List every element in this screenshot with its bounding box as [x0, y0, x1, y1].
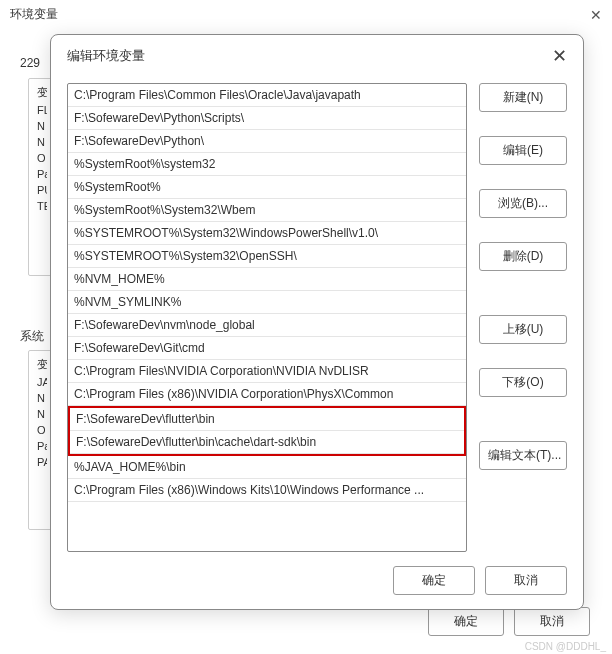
- outer-title-text: 环境变量: [10, 6, 58, 23]
- delete-button[interactable]: 删除(D): [479, 242, 567, 271]
- path-item[interactable]: F:\SofewareDev\Python\Scripts\: [68, 107, 466, 130]
- path-item[interactable]: %NVM_HOME%: [68, 268, 466, 291]
- path-item[interactable]: F:\SofewareDev\flutter\bin\cache\dart-sd…: [70, 431, 464, 454]
- system-var-item[interactable]: Pa: [33, 438, 47, 454]
- user-var-item[interactable]: PU: [33, 182, 47, 198]
- modal-cancel-button[interactable]: 取消: [485, 566, 567, 595]
- system-var-item[interactable]: PA: [33, 454, 47, 470]
- user-var-item[interactable]: O: [33, 150, 47, 166]
- edit-env-var-dialog: 编辑环境变量 ✕ C:\Program Files\Common Files\O…: [50, 34, 584, 610]
- path-item[interactable]: C:\Program Files\NVIDIA Corporation\NVID…: [68, 360, 466, 383]
- modal-footer: 确定 取消: [51, 552, 583, 609]
- new-button[interactable]: 新建(N): [479, 83, 567, 112]
- close-icon[interactable]: ✕: [590, 7, 602, 23]
- watermark: CSDN @DDDHL_: [525, 641, 606, 652]
- system-var-item[interactable]: O: [33, 422, 47, 438]
- close-icon[interactable]: ✕: [552, 47, 567, 65]
- browse-button[interactable]: 浏览(B)...: [479, 189, 567, 218]
- path-item[interactable]: %SYSTEMROOT%\System32\OpenSSH\: [68, 245, 466, 268]
- path-list[interactable]: C:\Program Files\Common Files\Oracle\Jav…: [67, 83, 467, 552]
- path-item[interactable]: %JAVA_HOME%\bin: [68, 456, 466, 479]
- edit-button[interactable]: 编辑(E): [479, 136, 567, 165]
- path-item[interactable]: %SystemRoot%: [68, 176, 466, 199]
- path-item[interactable]: %SystemRoot%\System32\Wbem: [68, 199, 466, 222]
- system-var-header: 变: [33, 355, 47, 374]
- path-item[interactable]: F:\SofewareDev\nvm\node_global: [68, 314, 466, 337]
- path-item[interactable]: C:\Program Files (x86)\NVIDIA Corporatio…: [68, 383, 466, 406]
- user-var-item[interactable]: TE: [33, 198, 47, 214]
- user-var-item[interactable]: FL: [33, 102, 47, 118]
- modal-ok-button[interactable]: 确定: [393, 566, 475, 595]
- path-item[interactable]: C:\Program Files (x86)\Windows Kits\10\W…: [68, 479, 466, 502]
- outer-titlebar: 环境变量 ✕: [0, 0, 612, 29]
- system-section-label: 系统: [20, 328, 44, 345]
- user-var-header: 变: [33, 83, 47, 102]
- environment-variables-dialog: 环境变量 ✕ 229 变 FL N N O Pa PU TE 系统 变 JA N…: [0, 0, 612, 654]
- path-item[interactable]: %NVM_SYMLINK%: [68, 291, 466, 314]
- user-var-item[interactable]: N: [33, 134, 47, 150]
- path-item[interactable]: C:\Program Files\Common Files\Oracle\Jav…: [68, 84, 466, 107]
- path-item[interactable]: %SystemRoot%\system32: [68, 153, 466, 176]
- system-var-item[interactable]: N: [33, 406, 47, 422]
- outer-ok-button[interactable]: 确定: [428, 607, 504, 636]
- path-item[interactable]: F:\SofewareDev\Git\cmd: [68, 337, 466, 360]
- modal-titlebar: 编辑环境变量 ✕: [51, 35, 583, 73]
- user-section-prefix: 229: [20, 56, 40, 70]
- outer-footer: 确定 取消: [428, 607, 590, 636]
- path-item[interactable]: F:\SofewareDev\flutter\bin: [70, 408, 464, 431]
- modal-title-text: 编辑环境变量: [67, 47, 145, 65]
- move-up-button[interactable]: 上移(U): [479, 315, 567, 344]
- edit-text-button[interactable]: 编辑文本(T)...: [479, 441, 567, 470]
- side-buttons: 新建(N) 编辑(E) 浏览(B)... 删除(D) 上移(U) 下移(O) 编…: [479, 83, 567, 552]
- outer-cancel-button[interactable]: 取消: [514, 607, 590, 636]
- user-var-item[interactable]: N: [33, 118, 47, 134]
- system-var-item[interactable]: N: [33, 390, 47, 406]
- highlighted-paths: F:\SofewareDev\flutter\binF:\SofewareDev…: [68, 406, 466, 456]
- user-var-item[interactable]: Pa: [33, 166, 47, 182]
- user-vars-box: 变 FL N N O Pa PU TE: [28, 78, 52, 276]
- system-vars-box: 变 JA N N O Pa PA: [28, 350, 52, 530]
- path-item[interactable]: %SYSTEMROOT%\System32\WindowsPowerShell\…: [68, 222, 466, 245]
- path-item[interactable]: F:\SofewareDev\Python\: [68, 130, 466, 153]
- system-var-item[interactable]: JA: [33, 374, 47, 390]
- move-down-button[interactable]: 下移(O): [479, 368, 567, 397]
